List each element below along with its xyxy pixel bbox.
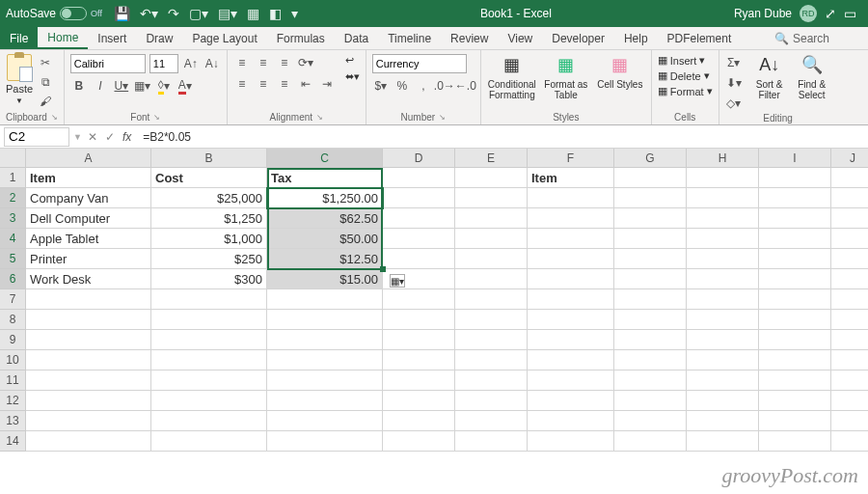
- cell[interactable]: [687, 310, 759, 330]
- ribbon-display-icon[interactable]: ▭: [844, 6, 856, 21]
- fill-handle[interactable]: [380, 266, 386, 272]
- cell[interactable]: [528, 370, 614, 391]
- indent-increase-icon[interactable]: ⇥: [318, 75, 336, 93]
- spreadsheet[interactable]: A B C D E F G H I J 1 Item Cost Tax Item…: [0, 149, 868, 452]
- cell[interactable]: $300: [151, 269, 267, 289]
- cell[interactable]: [151, 370, 267, 391]
- accounting-format-icon[interactable]: $▾: [372, 77, 390, 95]
- user-area[interactable]: Ryan Dube RD ⤢ ▭: [734, 5, 856, 22]
- name-box[interactable]: [4, 127, 69, 147]
- cell[interactable]: [759, 269, 831, 289]
- user-avatar[interactable]: RD: [800, 5, 817, 22]
- cell[interactable]: [759, 391, 831, 411]
- cell[interactable]: [687, 431, 759, 452]
- row-header[interactable]: 5: [0, 249, 26, 269]
- cell[interactable]: [614, 411, 687, 431]
- cell[interactable]: [614, 188, 687, 208]
- cell[interactable]: [455, 249, 528, 269]
- cell[interactable]: [528, 229, 614, 249]
- row-header[interactable]: 1: [0, 168, 26, 188]
- cell[interactable]: [455, 188, 528, 208]
- cell[interactable]: [614, 391, 687, 411]
- col-header[interactable]: C: [267, 149, 383, 168]
- select-all-corner[interactable]: [0, 149, 26, 168]
- fill-color-icon[interactable]: ◊▾: [155, 77, 173, 95]
- cell[interactable]: [831, 411, 868, 431]
- cell-active[interactable]: $1,250.00: [267, 188, 383, 208]
- cell[interactable]: [267, 411, 383, 431]
- col-header[interactable]: D: [383, 149, 455, 168]
- cell[interactable]: [26, 411, 151, 431]
- cell[interactable]: [831, 208, 868, 229]
- tab-pdfelement[interactable]: PDFelement: [658, 27, 742, 49]
- cell[interactable]: [831, 431, 868, 452]
- cell[interactable]: [759, 168, 831, 188]
- cell[interactable]: [455, 289, 528, 310]
- redo-icon[interactable]: ↷: [168, 6, 179, 21]
- cell[interactable]: [759, 310, 831, 330]
- format-as-table-button[interactable]: ▦Format as Table: [541, 54, 591, 100]
- row-header[interactable]: 8: [0, 310, 26, 330]
- cell[interactable]: [383, 310, 455, 330]
- cell[interactable]: [455, 431, 528, 452]
- cell[interactable]: [26, 431, 151, 452]
- dialog-launcher-icon[interactable]: ↘: [51, 113, 58, 122]
- align-right-icon[interactable]: ≡: [276, 75, 293, 93]
- cell[interactable]: Item: [26, 168, 151, 188]
- tab-view[interactable]: View: [498, 27, 542, 49]
- cell[interactable]: [614, 370, 687, 391]
- format-painter-icon[interactable]: 🖌: [37, 93, 54, 110]
- cell[interactable]: [383, 188, 455, 208]
- cell[interactable]: [151, 330, 267, 350]
- tab-help[interactable]: Help: [614, 27, 658, 49]
- qat-item-icon[interactable]: ▤▾: [218, 6, 237, 21]
- merge-button[interactable]: ⬌▾: [345, 70, 360, 83]
- cell[interactable]: [151, 289, 267, 310]
- cell[interactable]: [614, 249, 687, 269]
- cell[interactable]: [455, 411, 528, 431]
- cell[interactable]: [831, 188, 868, 208]
- cell[interactable]: [383, 431, 455, 452]
- clear-icon[interactable]: ◇▾: [725, 95, 743, 112]
- cell[interactable]: $15.00: [267, 269, 383, 289]
- align-bottom-icon[interactable]: ≡: [276, 54, 293, 71]
- cell[interactable]: [151, 391, 267, 411]
- sort-filter-button[interactable]: A↓Sort & Filter: [750, 54, 789, 100]
- cell[interactable]: [687, 370, 759, 391]
- cell[interactable]: [455, 330, 528, 350]
- cell[interactable]: [383, 330, 455, 350]
- cell[interactable]: [26, 310, 151, 330]
- cell[interactable]: [831, 391, 868, 411]
- cell[interactable]: [687, 249, 759, 269]
- cell[interactable]: [759, 330, 831, 350]
- indent-decrease-icon[interactable]: ⇤: [297, 75, 314, 93]
- align-top-icon[interactable]: ≡: [233, 54, 251, 71]
- tab-timeline[interactable]: Timeline: [378, 27, 441, 49]
- qat-item-icon[interactable]: ▢▾: [189, 6, 208, 21]
- cell[interactable]: [687, 330, 759, 350]
- decrease-decimal-icon[interactable]: ←.0: [457, 77, 475, 95]
- cell[interactable]: [687, 411, 759, 431]
- cell[interactable]: [26, 330, 151, 350]
- cell[interactable]: [383, 391, 455, 411]
- copy-icon[interactable]: ⧉: [37, 73, 54, 91]
- cell[interactable]: [831, 249, 868, 269]
- cell[interactable]: [151, 411, 267, 431]
- row-header[interactable]: 6: [0, 269, 26, 289]
- font-size-input[interactable]: [149, 54, 178, 73]
- col-header[interactable]: I: [759, 149, 831, 168]
- delete-cells-button[interactable]: ▦ Delete ▾: [658, 69, 710, 82]
- col-header[interactable]: A: [26, 149, 151, 168]
- cell[interactable]: $50.00: [267, 229, 383, 249]
- name-box-dropdown-icon[interactable]: ▼: [73, 132, 82, 142]
- cell[interactable]: [687, 208, 759, 229]
- cell[interactable]: [383, 350, 455, 370]
- autosum-icon[interactable]: Σ▾: [725, 54, 743, 71]
- cell[interactable]: $12.50: [267, 249, 383, 269]
- cell[interactable]: [831, 310, 868, 330]
- cell[interactable]: [614, 431, 687, 452]
- cell[interactable]: [528, 411, 614, 431]
- cell[interactable]: Item: [528, 168, 614, 188]
- tab-home[interactable]: Home: [38, 27, 88, 49]
- font-name-input[interactable]: [70, 54, 146, 73]
